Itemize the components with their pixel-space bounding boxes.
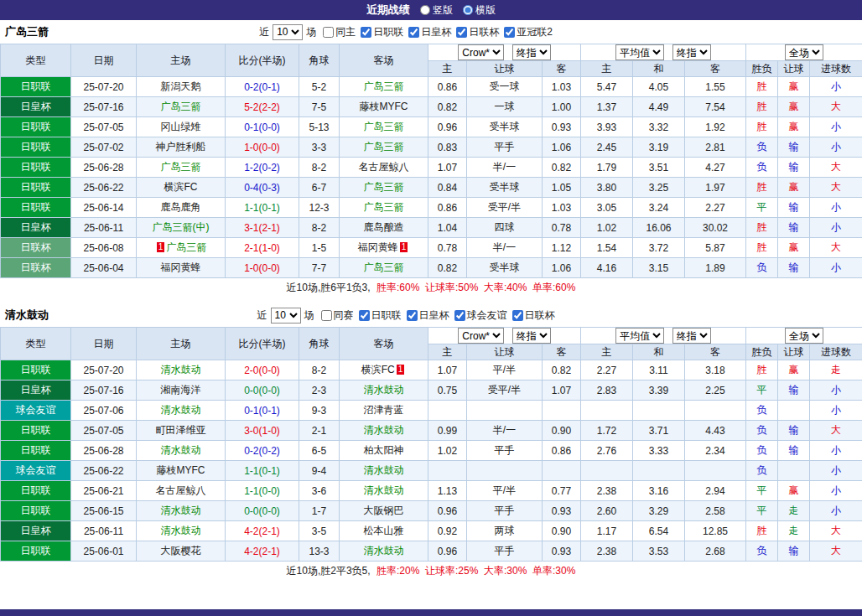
team-link[interactable]: 广岛三箭: [364, 80, 404, 92]
team-link[interactable]: 藤枝MYFC: [360, 101, 408, 112]
score-cell: 0-1(0-0): [226, 117, 299, 137]
filter-checkbox[interactable]: [504, 27, 515, 38]
team-link[interactable]: 沼津青蓝: [364, 404, 404, 416]
team-link[interactable]: 清水鼓动: [364, 484, 404, 496]
view-option-horizontal[interactable]: 横版: [463, 3, 496, 18]
team-link[interactable]: 清水鼓动: [161, 525, 201, 536]
section-header: 广岛三箭 近 10 场 同主日职联日皇杯日联杯亚冠联2: [0, 20, 862, 44]
team-link[interactable]: 广岛三箭: [364, 181, 404, 193]
result-goals: 小: [810, 461, 862, 481]
team-link[interactable]: 町田泽维亚: [156, 424, 206, 436]
ah-away-odds: 1.00: [543, 97, 581, 117]
date-cell: 25-07-20: [71, 77, 137, 97]
handicap-line: 受半球: [467, 117, 543, 137]
team-link[interactable]: 松本山雅: [364, 525, 404, 536]
match-row: 日职联25-07-20清水鼓动2-0(0-0)8-2横滨FC11.07平/半0.…: [1, 360, 862, 380]
date-cell: 25-07-02: [71, 137, 137, 158]
team-link[interactable]: 横滨FC: [361, 364, 395, 375]
ah-odds-time-select[interactable]: 终指: [512, 44, 551, 60]
view-option-vertical[interactable]: 竖版: [420, 3, 453, 18]
team-link[interactable]: 广岛三箭: [364, 261, 404, 273]
filter-日皇杯[interactable]: 日皇杯: [403, 308, 449, 323]
team-recent-results-section: 广岛三箭 近 10 场 同主日职联日皇杯日联杯亚冠联2 类型 日期 主场: [0, 20, 862, 297]
team-link[interactable]: 冈山绿雉: [161, 121, 201, 132]
filter-checkbox[interactable]: [321, 310, 332, 321]
filter-checkbox[interactable]: [408, 27, 419, 38]
filter-checkbox[interactable]: [454, 310, 465, 321]
team-link[interactable]: 大阪钢巴: [364, 505, 404, 516]
match-scope-select[interactable]: 全场: [785, 328, 823, 344]
match-row: 日皇杯25-07-16湘南海洋0-0(0-0)2-3清水鼓动0.75受平/半1.…: [1, 380, 862, 401]
team-link[interactable]: 神户胜利船: [156, 141, 206, 153]
team-link[interactable]: 清水鼓动: [161, 505, 201, 516]
team-link[interactable]: 广岛三箭: [364, 141, 404, 153]
team-link[interactable]: 清水鼓动: [364, 464, 404, 476]
team-link[interactable]: 广岛三箭: [364, 121, 404, 132]
eu-source-select[interactable]: 平均值: [615, 328, 664, 344]
filter-checkbox[interactable]: [361, 27, 371, 38]
ah-odds-time-select[interactable]: 终指: [512, 328, 551, 344]
summary-stats: 胜率:60% 让球率:50% 大率:40% 单率:60%: [376, 282, 575, 293]
team-link[interactable]: 福冈黄蜂: [161, 261, 201, 273]
eu-source-select[interactable]: 平均值: [615, 44, 664, 60]
team-link[interactable]: 清水鼓动: [161, 364, 201, 375]
eu-odds-time-select[interactable]: 终指: [672, 44, 711, 60]
filter-日联杯[interactable]: 日联杯: [509, 308, 555, 323]
filter-checkbox[interactable]: [323, 27, 334, 38]
filter-球会友谊[interactable]: 球会友谊: [451, 308, 507, 323]
recent-count-select[interactable]: 10: [273, 24, 303, 40]
team-link[interactable]: 广岛三箭: [161, 161, 201, 173]
home-team-cell: 1广岛三箭: [137, 238, 226, 258]
vertical-radio[interactable]: [420, 5, 430, 15]
score-cell: 3-1(2-1): [226, 218, 299, 238]
eu-away-odds: 2.58: [685, 501, 746, 521]
eu-away-odds: 30.02: [685, 218, 746, 238]
league-cell: 球会友谊: [1, 401, 71, 421]
team-link[interactable]: 藤枝MYFC: [157, 464, 205, 476]
team-link[interactable]: 鹿岛鹿角: [161, 201, 201, 213]
filter-日职联[interactable]: 日职联: [356, 308, 402, 323]
horizontal-radio[interactable]: [463, 5, 473, 15]
filter-同主[interactable]: 同主: [319, 25, 356, 39]
eu-odds-time-select[interactable]: 终指: [672, 328, 711, 344]
result-handicap: 输: [778, 198, 810, 218]
league-cell: 日职联: [1, 481, 71, 501]
filter-同赛[interactable]: 同赛: [318, 308, 354, 323]
filter-checkbox[interactable]: [512, 310, 523, 321]
team-link[interactable]: 新潟天鹅: [161, 80, 201, 92]
team-link[interactable]: 名古屋鲸八: [359, 161, 409, 173]
team-link[interactable]: 名古屋鲸八: [156, 484, 206, 496]
team-link[interactable]: 湘南海洋: [161, 384, 201, 396]
date-cell: 25-06-08: [71, 238, 137, 258]
filter-日皇杯[interactable]: 日皇杯: [405, 25, 451, 39]
team-link[interactable]: 大阪樱花: [161, 545, 201, 556]
score-cell: 1-0(0-0): [226, 258, 299, 278]
eu-draw-odds: 4.05: [633, 77, 685, 97]
filter-日联杯[interactable]: 日联杯: [453, 25, 499, 39]
team-link[interactable]: 清水鼓动: [364, 384, 404, 396]
team-link[interactable]: 广岛三箭: [161, 101, 201, 112]
section-header: 清水鼓动 近 10 场 同赛日职联日皇杯球会友谊日联杯: [0, 303, 862, 327]
team-link[interactable]: 柏太阳神: [364, 444, 404, 456]
team-link[interactable]: 清水鼓动: [364, 424, 404, 436]
bookmaker-select[interactable]: Crow*: [458, 44, 504, 60]
team-link[interactable]: 广岛三箭: [364, 201, 404, 213]
recent-count-select[interactable]: 10: [271, 308, 301, 324]
filter-checkbox[interactable]: [359, 310, 370, 321]
bookmaker-select[interactable]: Crow*: [458, 328, 504, 344]
vertical-label: 竖版: [433, 3, 453, 18]
team-link[interactable]: 清水鼓动: [364, 545, 404, 556]
match-scope-select[interactable]: 全场: [785, 44, 823, 60]
team-link[interactable]: 鹿岛酿造: [364, 221, 404, 233]
team-link[interactable]: 广岛三箭(中): [153, 221, 210, 233]
team-link[interactable]: 福冈黄蜂: [358, 241, 398, 253]
filter-日职联[interactable]: 日职联: [357, 25, 403, 39]
team-link[interactable]: 清水鼓动: [161, 444, 201, 456]
filter-checkbox[interactable]: [407, 310, 418, 321]
team-link[interactable]: 横滨FC: [164, 181, 198, 193]
team-link[interactable]: 清水鼓动: [161, 404, 201, 416]
page-title: 近期战绩: [366, 3, 410, 18]
filter-亚冠联2[interactable]: 亚冠联2: [501, 25, 553, 39]
filter-checkbox[interactable]: [456, 27, 467, 38]
team-link[interactable]: 广岛三箭: [166, 241, 206, 253]
